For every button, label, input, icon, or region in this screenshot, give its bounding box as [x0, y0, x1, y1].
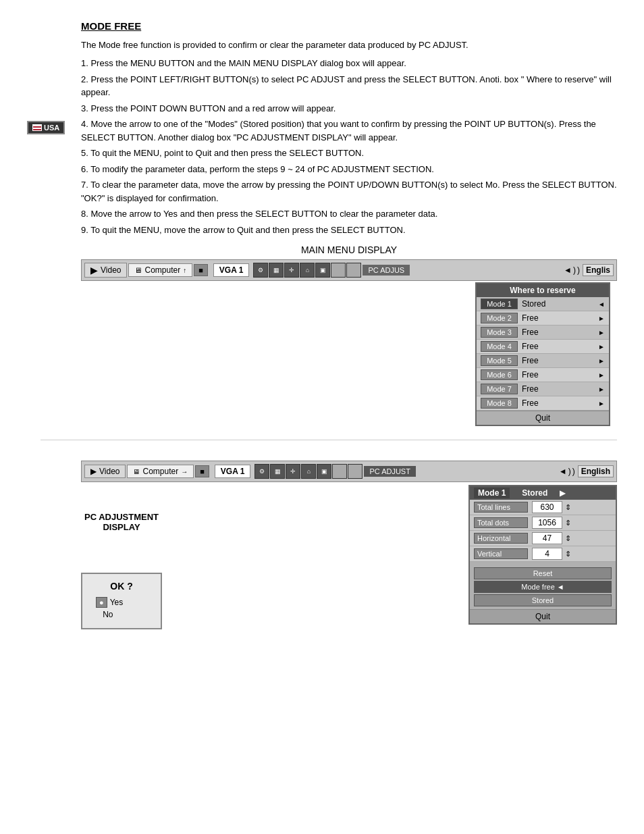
mode-value-2: Free [522, 313, 595, 323]
computer-tab-2[interactable]: 🖥 Computer → [127, 465, 194, 478]
yes-label: Yes [110, 598, 124, 607]
display-icon-2: ▣ [317, 464, 331, 479]
main-menu-section: MAIN MENU DISPLAY ▶ Video 🖥 Computer ↑ ■… [81, 244, 617, 426]
stored-button[interactable]: Stored [474, 594, 612, 606]
mode-label-3: Mode 3 [481, 327, 518, 338]
computer-indicator-2: → [181, 468, 188, 475]
mode-row-7[interactable]: Mode 7 Free ► [477, 382, 609, 396]
mode1-label: Mode 1 [474, 488, 510, 498]
english-label-2: English [578, 465, 614, 477]
page-content: MODE FREE The Mode free function is prov… [41, 20, 617, 629]
pc-adjustment-label: PC ADJUSTMENT DISPLAY [84, 512, 159, 532]
mode-value-1: Stored [522, 299, 595, 309]
popup-title: Where to reserve [477, 284, 609, 297]
mode-free-arrow: ◄ [557, 583, 564, 591]
total-dots-row[interactable]: Total dots 1056 ⇕ [470, 515, 616, 531]
second-section-content: PC ADJUSTMENT DISPLAY OK ? ● Yes No [81, 485, 617, 629]
instruction-9: 9. To quit the MENU, move the arrow to Q… [81, 224, 617, 237]
video-tab-1[interactable]: ▶ Video [84, 263, 127, 278]
mode-row-8[interactable]: Mode 8 Free ► [477, 396, 609, 411]
intro-text: The Mode free function is provided to co… [81, 40, 617, 50]
total-dots-val: 1056 [532, 517, 562, 529]
instruction-2: 2. Press the POINT LEFT/RIGHT BUTTON(s) … [81, 73, 617, 99]
reset-button[interactable]: Reset [474, 567, 612, 579]
mode-arrow-7: ► [598, 386, 605, 393]
mode-label-1: Mode 1 [481, 298, 518, 309]
mode-label-4: Mode 4 [481, 341, 518, 352]
mode-arrow-6: ► [598, 371, 605, 379]
center-icon-2: ✛ [286, 464, 300, 479]
ok-title: OK ? [96, 581, 147, 592]
space-icon-1 [331, 263, 346, 278]
volume-icon-1: ◄)) [564, 265, 580, 275]
instructions-section: USA 1. Press the MENU BUTTON and the MAI… [41, 57, 617, 239]
horizontal-row[interactable]: Horizontal 47 ⇕ [470, 531, 616, 546]
grid-icon-1: ▦ [269, 263, 284, 278]
video-tab-2[interactable]: ▶ Video [84, 465, 126, 478]
vertical-val: 4 [532, 548, 562, 560]
total-dots-arrows: ⇕ [565, 519, 571, 527]
horizontal-arrows: ⇕ [565, 534, 571, 543]
mode-label-2: Mode 2 [481, 313, 518, 323]
instruction-3: 3. Press the POINT DOWN BUTTON and a red… [81, 102, 617, 115]
pc-adj-quit[interactable]: Quit [470, 609, 616, 623]
mode-row-5[interactable]: Mode 5 Free ► [477, 354, 609, 368]
vga-label-2: VGA 1 [215, 465, 251, 478]
no-label: No [103, 610, 113, 619]
yes-row[interactable]: ● Yes [96, 597, 147, 608]
mode-free-button[interactable]: Mode free ◄ [474, 581, 612, 593]
display-icon-1: ▣ [315, 263, 330, 278]
icon-group-1: ⚙ ▦ ✛ ⌂ ▣ [253, 263, 361, 278]
adjust-icon-2: ⚙ [254, 464, 269, 479]
instructions-list: 1. Press the MENU BUTTON and the MAIN ME… [81, 57, 617, 239]
mode-arrow-3: ► [598, 329, 605, 336]
volume-icon-2: ◄)) [559, 467, 575, 476]
usa-badge: USA [27, 121, 65, 134]
input-indicator-2: ■ [195, 465, 209, 477]
mode-arrow-1: ◄ [598, 301, 605, 308]
where-to-reserve-container: Where to reserve Mode 1 Stored ◄ Mode 2 … [81, 282, 617, 426]
mode-label-6: Mode 6 [481, 369, 518, 380]
input-indicator-1: ■ [194, 264, 208, 276]
mode-label-7: Mode 7 [481, 384, 518, 394]
total-lines-row[interactable]: Total lines 630 ⇕ [470, 500, 616, 515]
computer-tab-1[interactable]: 🖥 Computer ↑ [128, 263, 192, 277]
popup-quit[interactable]: Quit [477, 411, 609, 425]
mode-row-1[interactable]: Mode 1 Stored ◄ [477, 297, 609, 311]
pc-adjust-highlight-2: PC ADJUST [364, 466, 416, 477]
computer-indicator: ↑ [183, 267, 186, 274]
mode-label-5: Mode 5 [481, 355, 518, 366]
english-label-1: Englis [583, 264, 614, 276]
space-icon-4 [348, 464, 363, 479]
total-lines-val: 630 [532, 501, 562, 513]
mode-row-2[interactable]: Mode 2 Free ► [477, 311, 609, 325]
no-row[interactable]: No [96, 610, 147, 619]
header-arrow: ▶ [560, 489, 565, 498]
mode-row-6[interactable]: Mode 6 Free ► [477, 368, 609, 382]
vertical-row[interactable]: Vertical 4 ⇕ [470, 546, 616, 562]
instruction-1: 1. Press the MENU BUTTON and the MAIN ME… [81, 57, 617, 70]
pc-adj-header: Mode 1 Stored ▶ [470, 486, 616, 500]
video-icon-1: ▶ [90, 265, 98, 276]
center-icon-1: ✛ [284, 263, 299, 278]
mode-value-3: Free [522, 328, 595, 337]
computer-icon-2: 🖥 [133, 468, 140, 475]
mode-row-4[interactable]: Mode 4 Free ► [477, 340, 609, 354]
total-lines-arrows: ⇕ [565, 503, 571, 512]
vertical-arrows: ⇕ [565, 550, 571, 558]
horizontal-label: Horizontal [474, 533, 528, 544]
instruction-6: 6. To modify the parameter data, perform… [81, 163, 617, 176]
instruction-5: 5. To quit the MENU, point to Quit and t… [81, 147, 617, 160]
home-icon-1: ⌂ [300, 263, 315, 278]
home-icon-2: ⌂ [301, 464, 316, 479]
mode-value-4: Free [522, 342, 595, 351]
second-section-wrapper: ▶ Video 🖥 Computer → ■ VGA 1 ⚙ ▦ ✛ ⌂ ▣ P… [81, 461, 617, 629]
mode-value-7: Free [522, 384, 595, 394]
mode-value-6: Free [522, 370, 595, 380]
pc-adj-buttons: Reset Mode free ◄ Stored [470, 565, 616, 609]
mode-row-3[interactable]: Mode 3 Free ► [477, 325, 609, 340]
pc-adj-popup-wrapper: Mode 1 Stored ▶ Total lines 630 ⇕ Total … [468, 485, 617, 629]
pc-adjustment-popup: Mode 1 Stored ▶ Total lines 630 ⇕ Total … [468, 485, 617, 625]
instruction-8: 8. Move the arrow to Yes and then press … [81, 207, 617, 221]
where-to-reserve-popup: Where to reserve Mode 1 Stored ◄ Mode 2 … [475, 282, 610, 426]
